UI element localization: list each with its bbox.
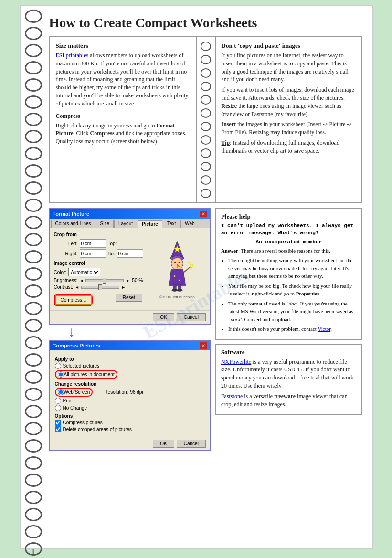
column-spiral-divider — [197, 37, 216, 202]
svg-text:✦: ✦ — [188, 261, 191, 264]
svg-point-16 — [171, 289, 177, 291]
selected-radio[interactable] — [55, 363, 61, 369]
contrast-slider[interactable] — [81, 286, 119, 289]
software-title: Software — [221, 348, 357, 356]
less-brightness: ◄ — [80, 278, 84, 283]
wizard-illustration: ★ ★ ✦ ✦ — [153, 239, 201, 294]
dont-copy-heading: Don't 'copy and paste' images — [222, 42, 356, 50]
crop-from-label: Crop from — [54, 232, 145, 237]
dialog1-cancel-button[interactable]: Cancel — [177, 313, 206, 321]
mini-spiral-7 — [201, 122, 211, 131]
tab-size[interactable]: Size — [96, 220, 114, 228]
svg-line-10 — [183, 267, 191, 273]
right-column: Don't 'copy and paste' images If you fin… — [216, 37, 361, 202]
brightness-value: 50 % — [132, 278, 143, 283]
dialog2-titlebar: Compress Pictures ✕ — [50, 341, 210, 350]
faststone-link[interactable]: Faststone — [221, 393, 243, 400]
mini-spiral-3 — [201, 68, 211, 78]
web-screen-row: Web/Screen Resolution: 96 dpi — [55, 388, 205, 397]
contrast-label: Contrast: — [54, 284, 74, 290]
tab-picture[interactable]: Picture — [138, 220, 162, 228]
spiral-15 — [25, 250, 42, 263]
web-radio-label: Web/Screen — [64, 390, 90, 395]
dialog1-form: Crop from Left: Top: Right: Bo: — [54, 232, 145, 306]
spiral-31 — [25, 525, 42, 538]
all-radio[interactable] — [58, 371, 64, 378]
compress-btn-highlight: Compress... — [54, 294, 93, 306]
spiral-24 — [25, 405, 42, 418]
tab-text[interactable]: Text — [163, 220, 180, 228]
dialog2-ok-button[interactable]: OK — [153, 440, 174, 448]
delete-check-label: Delete cropped areas of pictures — [63, 427, 132, 432]
resolution-label: Resolution: — [104, 390, 128, 395]
docx-italic: '.docx' — [228, 316, 242, 322]
dialog2-buttons: OK Cancel — [50, 437, 210, 450]
compress-button[interactable]: Compress... — [55, 295, 92, 305]
answer-bold: Answer — [221, 248, 238, 253]
web-radio[interactable] — [58, 389, 64, 395]
spiral-32 — [25, 542, 42, 556]
no-change-radio[interactable] — [55, 405, 61, 411]
main-page: ESLprintables — [20, 5, 373, 549]
crop-section: Crop from Left: Top: Right: Bo: — [54, 232, 145, 258]
left-input[interactable] — [80, 239, 106, 248]
spiral-10 — [25, 164, 42, 178]
tab-layout[interactable]: Layout — [114, 220, 137, 228]
help-software-column: Please help I can't upload my worksheets… — [215, 208, 362, 451]
bottom-input[interactable] — [117, 249, 143, 258]
compress-pictures-dialog: Compress Pictures ✕ Apply to Selected pi… — [49, 340, 211, 451]
spiral-27 — [25, 456, 42, 470]
delete-checkbox[interactable] — [55, 426, 61, 432]
svg-point-5 — [174, 262, 176, 263]
spiral-binding — [21, 6, 47, 548]
compress-checkbox[interactable] — [55, 420, 61, 426]
mini-spiral-10 — [201, 162, 211, 171]
answer-body: : There are several possible reasons for… — [238, 248, 330, 253]
all-pictures-highlight: All pictures in document — [55, 370, 117, 379]
arrow-down: ↓ — [49, 325, 211, 339]
mini-spiral-1 — [201, 42, 211, 51]
please-help-box: Please help I can't upload my worksheets… — [215, 208, 362, 340]
left-label: Left: — [54, 241, 78, 246]
right-input[interactable] — [80, 249, 106, 258]
more-contrast: ► — [121, 285, 126, 290]
compress-heading: Compress — [56, 113, 190, 120]
print-radio[interactable] — [55, 398, 61, 404]
compress-bold-text: Compress — [90, 130, 115, 137]
spiral-22 — [25, 370, 42, 384]
no-change-radio-label: No Change — [63, 405, 87, 411]
left-column: Size matters ESLprintables allows member… — [50, 37, 197, 202]
mini-spiral-6 — [201, 108, 211, 118]
color-select[interactable]: Automatic — [68, 268, 100, 276]
right-label: Right: — [54, 251, 78, 256]
victor-link[interactable]: Victor — [318, 326, 330, 332]
format-picture-dialog: Format Picture ✕ Colors and Lines Size L… — [49, 208, 211, 325]
brightness-slider[interactable] — [85, 279, 124, 282]
tab-web[interactable]: Web — [180, 220, 199, 228]
reset-button[interactable]: Reset — [116, 294, 142, 302]
help-title: Please help — [221, 213, 357, 221]
dialog1-ok-button[interactable]: OK — [153, 313, 174, 321]
spiral-1 — [25, 10, 42, 23]
color-label: Color: — [54, 270, 67, 275]
eslprintables-link[interactable]: ESLprintables — [56, 52, 89, 59]
color-row: Color: Automatic — [54, 268, 145, 276]
doc-italic: '.doc' — [286, 301, 297, 306]
dialog2-title: Compress Pictures — [53, 343, 100, 348]
dialog1-close-button[interactable]: ✕ — [200, 211, 207, 217]
format-picture-bold: Format Picture — [56, 122, 175, 137]
page-title: How to Create Compact Worksheets — [49, 13, 362, 31]
compress-check-row: Compress pictures — [55, 420, 205, 426]
tab-colors-lines[interactable]: Colors and Lines — [51, 220, 95, 228]
crop-right-row: Right: Bo: — [54, 249, 145, 258]
dialog2-close-button[interactable]: ✕ — [200, 342, 207, 349]
dialog2-cancel-button[interactable]: Cancel — [177, 440, 206, 448]
spiral-3 — [25, 44, 42, 57]
svg-point-3 — [171, 258, 183, 270]
nxpowerlite-link[interactable]: NXPowerlite — [221, 358, 251, 365]
bottom-label: Bo: — [108, 251, 115, 256]
selected-pictures-row: Selected pictures — [55, 363, 205, 369]
resize-bold: Resize — [222, 103, 237, 109]
dialog1-buttons: OK Cancel — [50, 310, 210, 324]
bullet-2: Your file may be too big. To check how b… — [228, 282, 357, 298]
